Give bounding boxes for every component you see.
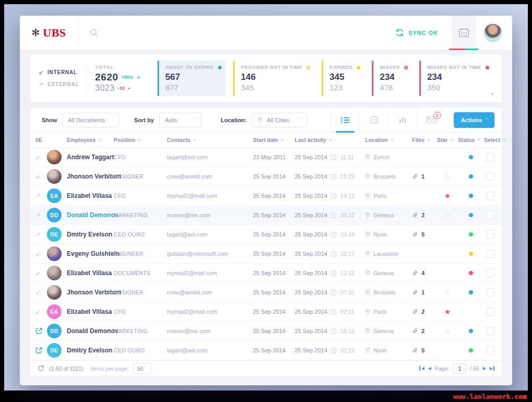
contact-email[interactable]: crew@workit.com <box>167 173 253 180</box>
table-row[interactable]: ↙ ↗ Evgeny Gulshtein ENGINEER gulstain@m… <box>30 244 502 264</box>
files-cell[interactable] <box>412 193 437 199</box>
employee-name[interactable]: Donald Demonov <box>67 327 118 335</box>
brand-logo[interactable]: ✻ UBS <box>20 16 78 50</box>
table-row[interactable]: ↙ ↗ Elizabet Villasa DOCUMENTS mymail2@m… <box>30 264 502 283</box>
column-header[interactable]: Location ˄ <box>365 137 412 143</box>
files-cell[interactable]: 2 <box>412 212 437 218</box>
column-header[interactable]: Employees ˄ <box>47 137 114 143</box>
sort-select[interactable]: Auto ˋ <box>159 113 202 127</box>
contact-email[interactable]: mymail2@mail.com <box>167 193 253 199</box>
employee-name[interactable]: Elizabet Villasa <box>67 269 112 277</box>
column-header[interactable]: Last activity ˄ <box>295 137 365 143</box>
employee-name[interactable]: Dmitry Evelson <box>67 347 112 354</box>
files-cell[interactable]: 1 <box>412 289 437 295</box>
row-checkbox[interactable] <box>486 172 494 181</box>
last-page-button[interactable]: ▶ <box>490 366 494 371</box>
show-select[interactable]: All Documents ˋ <box>62 113 119 127</box>
files-cell[interactable]: 2 <box>412 328 437 334</box>
stat-card[interactable]: ABOUT TO EXPIRE 567 877 <box>158 61 226 96</box>
employee-name[interactable]: Evgeny Gulshtein <box>67 250 119 257</box>
star-icon[interactable]: ★ <box>444 192 451 200</box>
internal-toggle[interactable]: ↙ INTERNAL <box>39 69 86 76</box>
table-row[interactable]: ↙ ↗ DD Donald Demonov MARKETING monov@me… <box>30 322 502 341</box>
column-header[interactable]: Start date ˄ <box>253 137 295 143</box>
column-header[interactable]: I/E <box>35 137 47 143</box>
employee-name[interactable]: Dmitry Evelson <box>67 231 112 238</box>
tab-list-view[interactable] <box>331 108 359 133</box>
row-checkbox[interactable] <box>486 288 494 297</box>
calendar-button[interactable] <box>452 16 476 50</box>
row-checkbox[interactable] <box>486 269 494 277</box>
row-checkbox[interactable] <box>486 308 494 316</box>
files-cell[interactable] <box>412 251 437 257</box>
star-icon[interactable]: ☆ <box>444 211 451 219</box>
next-page-button[interactable]: ▶ <box>483 366 486 371</box>
star-icon[interactable]: ★ <box>444 308 451 316</box>
tab-chart-view[interactable] <box>388 108 417 133</box>
files-cell[interactable]: 2 <box>412 309 437 315</box>
contact-email[interactable]: gulstain@microsoft.com <box>167 251 253 257</box>
column-header[interactable]: Select ˅ <box>484 137 505 143</box>
contact-email[interactable]: mymail2@mail.com <box>167 309 253 315</box>
star-icon[interactable]: ☆ <box>444 288 451 297</box>
actions-button[interactable]: Actions ˋ <box>454 112 494 128</box>
external-toggle[interactable]: ↗ EXTERNAL <box>39 81 86 88</box>
table-row[interactable]: ↙ ↗ DD Donald Demonov MARKETING monov@me… <box>30 206 502 225</box>
employee-name[interactable]: Jhonson Verbitum <box>67 289 122 296</box>
files-cell[interactable]: 1 <box>412 173 437 180</box>
column-header[interactable]: Contacts ˄ <box>167 137 253 143</box>
contact-email[interactable]: tagart@aol.com <box>167 231 253 238</box>
location-select[interactable]: All Cities ˋ <box>252 113 307 127</box>
column-header[interactable]: Files ˄ <box>412 137 437 143</box>
row-checkbox[interactable] <box>486 230 494 239</box>
external-link-icon[interactable] <box>35 347 43 354</box>
contact-email[interactable]: mymail2@mail.com <box>167 270 253 276</box>
files-cell[interactable]: 4 <box>412 270 437 276</box>
files-cell[interactable]: 5 <box>412 231 437 238</box>
table-row[interactable]: ↙ ↗ Jhonson Verbitum DESIGNER crew@worki… <box>30 283 502 302</box>
employee-name[interactable]: Andrew Taggart <box>67 153 114 161</box>
files-cell[interactable]: 5 <box>412 347 437 353</box>
star-icon[interactable]: ☆ <box>444 327 451 335</box>
tab-messages[interactable]: 2 <box>417 108 445 133</box>
first-page-button[interactable]: ◀ <box>419 366 424 371</box>
table-row[interactable]: ↙ ↗ EA Elizabet Villasa CFO mymail2@mail… <box>30 302 502 322</box>
row-checkbox[interactable] <box>486 327 494 335</box>
contact-email[interactable]: crew@workit.com <box>167 289 253 295</box>
search-button[interactable] <box>90 28 99 37</box>
contact-email[interactable]: tagart@aol.com <box>167 154 253 160</box>
sync-status[interactable]: SYNC OK <box>395 28 438 37</box>
employee-name[interactable]: Jhonson Verbitum <box>67 173 122 180</box>
stat-card[interactable]: MISSED 234 478 <box>372 61 412 96</box>
table-row[interactable]: ↙ ↗ EA Elizabet Villasa CFO mymail2@mail… <box>30 186 502 206</box>
stat-card[interactable]: PROVIDED NOT IN TIME 146 345 <box>233 61 315 96</box>
stats-collapse-chevron[interactable]: ˋ <box>491 92 493 100</box>
employee-name[interactable]: Elizabet Villasa <box>67 192 112 199</box>
per-page-select[interactable]: 50 ˋ <box>133 363 152 374</box>
table-row[interactable]: ↙ ↗ DE Dmitry Evelson CEO OURO tagart@ao… <box>30 225 502 244</box>
tab-recent-view[interactable] <box>359 108 388 133</box>
stat-card[interactable]: MISSED NOT IN TIME 234 350 <box>419 61 493 96</box>
refresh-button[interactable] <box>38 365 44 372</box>
stat-card[interactable]: EXPIRED 345 123 <box>322 61 365 96</box>
column-header[interactable]: Star ˄ <box>437 137 458 143</box>
external-link-icon[interactable] <box>35 327 43 335</box>
contact-email[interactable]: tagart@aol.com <box>167 347 253 353</box>
page-input[interactable]: 1 <box>453 363 466 374</box>
table-row[interactable]: ↙ ↗ Jhonson Verbitum DESIGNER crew@worki… <box>30 167 502 186</box>
prev-page-button[interactable]: ◀ <box>428 366 431 371</box>
column-header[interactable]: Status ˅ <box>458 137 484 143</box>
row-checkbox[interactable] <box>486 250 494 258</box>
row-checkbox[interactable] <box>486 211 494 219</box>
employee-name[interactable]: Elizabet Villasa <box>67 308 112 315</box>
row-checkbox[interactable] <box>486 346 494 354</box>
table-row[interactable]: ↙ ↗ Andrew Taggart CFO tagart@aol.com 23… <box>30 148 502 167</box>
files-cell[interactable] <box>412 154 437 160</box>
table-row[interactable]: ↙ ↗ DE Dmitry Evelson CEO OURO tagart@ao… <box>30 341 502 360</box>
user-avatar[interactable] <box>484 24 502 42</box>
row-checkbox[interactable] <box>486 153 494 161</box>
row-checkbox[interactable] <box>486 192 494 200</box>
star-icon[interactable]: ☆ <box>444 172 451 181</box>
employee-name[interactable]: Donald Demonov <box>67 211 118 219</box>
column-header[interactable]: Position ˄ <box>114 137 167 143</box>
